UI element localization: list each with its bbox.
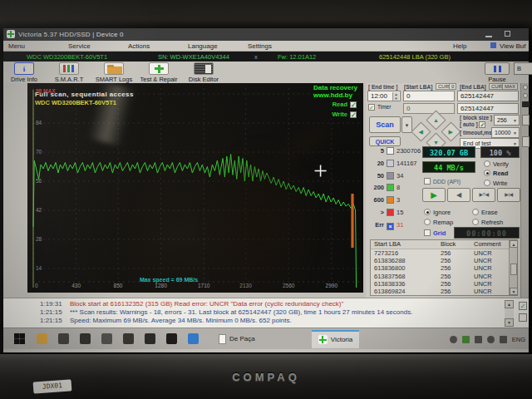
log-line[interactable]: 1:21:15*** Scan results: Warnings - 18, … <box>3 308 529 317</box>
globe-icon[interactable] <box>487 336 495 343</box>
scan-speed-graph[interactable]: 14284256708498 MAX0430850128017102130256… <box>27 83 363 293</box>
start-scan-icon[interactable]: ▶ <box>422 188 446 202</box>
start-lba-label: [Start LBA] <box>404 84 432 90</box>
maximize-icon[interactable] <box>505 31 510 37</box>
menu-help[interactable]: Help <box>453 42 466 50</box>
read-curve-toggle[interactable]: Read✓ <box>332 101 357 108</box>
menu-settings[interactable]: Settings <box>248 42 272 50</box>
table-row[interactable]: 7273216256UNCR <box>371 249 517 257</box>
auto-checkbox[interactable]: [ auto ] ✓ <box>460 121 488 128</box>
end-lba-max-button[interactable]: MAX <box>502 83 518 90</box>
menu-actions[interactable]: Actions <box>128 42 150 50</box>
drive-capacity: 625142448 LBA (320 GB) <box>379 53 451 61</box>
spinner-icon[interactable]: ▲ ▼ <box>392 92 399 101</box>
dpad-up-icon[interactable]: ▲ <box>426 110 446 130</box>
toolbar-button-smart-logs[interactable]: SMART Logs <box>95 62 133 83</box>
action-radio-remap[interactable]: Remap <box>424 219 453 226</box>
taskbar-item-document[interactable]: De Paça <box>212 330 262 348</box>
ddd-api-checkbox[interactable]: DDD (API) <box>424 178 461 185</box>
toolbar-button-s-m-a-r-t[interactable]: S.M.A.R.T <box>50 62 88 83</box>
read-checkbox-icon[interactable]: ✓ <box>350 101 357 108</box>
menu-language[interactable]: Language <box>188 42 218 50</box>
edge-button[interactable] <box>522 115 530 126</box>
app-icon[interactable] <box>145 333 155 344</box>
menu-view-buffer[interactable]: View Buf <box>500 42 525 50</box>
system-tray: ENG <box>450 328 525 350</box>
app-icon[interactable] <box>101 333 112 344</box>
start-button-icon[interactable] <box>13 332 26 345</box>
toolbar-button-drive-info[interactable]: iDrive Info <box>5 62 43 83</box>
defect-table[interactable]: ▲ ▼ Start LBABlockComment7273216256UNCR6… <box>370 239 518 296</box>
tray-app-icon[interactable] <box>475 336 482 343</box>
taskbar-item-victoria[interactable]: Victoria <box>312 330 360 348</box>
menu-menu[interactable]: Menu <box>8 42 25 50</box>
app-icon[interactable] <box>123 333 134 344</box>
grid-checkbox[interactable]: Grid <box>424 229 446 237</box>
block-size-select[interactable]: 256▼ <box>494 115 520 126</box>
app-icon[interactable] <box>80 333 91 344</box>
action-radio-refresh[interactable]: Refresh <box>472 219 503 226</box>
table-row[interactable]: 613836800256UNCR <box>371 264 517 272</box>
legend-threshold: 600 <box>367 196 384 204</box>
toolbar-button-test-repair[interactable]: Test & Repair <box>140 62 178 83</box>
network-icon[interactable] <box>450 336 457 343</box>
file-explorer-icon[interactable] <box>37 333 47 344</box>
timeout-select[interactable]: 10000▼ <box>491 127 520 138</box>
quick-button[interactable]: QUICK <box>369 136 401 146</box>
log-scrollbar[interactable]: ▲ ▼ <box>505 300 514 327</box>
table-row[interactable]: 613838336256UNCR <box>371 280 517 288</box>
break-all-button[interactable]: B <box>514 62 532 75</box>
scroll-up-icon[interactable]: ▲ <box>505 300 514 308</box>
pause-button[interactable]: Pause <box>477 62 517 83</box>
dpad-right-icon[interactable]: ▶ <box>441 121 461 141</box>
table-row[interactable]: 613836288256UNCR <box>371 257 517 264</box>
end-time-field[interactable]: 12:00 ▲ ▼ <box>367 91 401 101</box>
end-lba-input[interactable]: 625142447 <box>457 91 519 101</box>
start-lba-zero-button[interactable]: 0 <box>449 83 456 90</box>
radio-icon[interactable] <box>523 93 528 98</box>
svg-text:850: 850 <box>114 283 123 288</box>
mode-radio-verify[interactable]: Verify <box>484 160 509 168</box>
main-toolbar: iDrive InfoS.M.A.R.TSMART LogsTest & Rep… <box>3 62 529 83</box>
action-radio-erase[interactable]: Erase <box>472 209 498 216</box>
legend-threshold: 200 <box>367 184 384 191</box>
action-radio-ignore[interactable]: Ignore <box>424 209 451 216</box>
end-lba-input-2[interactable]: 625142447 <box>457 103 519 114</box>
app-icon[interactable] <box>58 333 69 344</box>
timer-checkbox[interactable]: ✓Timer <box>368 104 391 111</box>
scrollbar-thumb[interactable] <box>510 264 517 275</box>
browser-icon[interactable] <box>188 333 199 344</box>
mode-radio-write[interactable]: Write <box>484 180 507 187</box>
seek-next-error-icon[interactable]: ▶?◀ <box>472 188 495 202</box>
mode-radio-read[interactable]: Read <box>484 170 508 177</box>
table-row[interactable]: 613869824256UNCR <box>371 288 517 295</box>
tray-app-icon[interactable] <box>462 336 470 343</box>
seek-end-icon[interactable]: ▶|◀ <box>497 188 520 202</box>
column-header: Comment <box>474 240 507 249</box>
log-option-checkbox[interactable]: ✓ <box>519 302 527 310</box>
start-lba-input[interactable]: 0 <box>403 91 455 101</box>
write-curve-toggle[interactable]: Write✓ <box>332 111 357 118</box>
write-checkbox-icon[interactable]: ✓ <box>350 111 357 118</box>
right-edge-panel <box>520 83 529 298</box>
scan-button[interactable]: Scan <box>369 116 401 133</box>
language-indicator[interactable]: ENG <box>512 336 525 343</box>
toolbar-button-disk-editor[interactable]: Disk Editor <box>185 62 223 83</box>
table-scrollbar[interactable]: ▲ ▼ <box>509 240 517 295</box>
edge-button[interactable] <box>522 136 530 147</box>
radio-icon[interactable] <box>523 85 528 90</box>
log-line[interactable]: 1:19:31Block start at 616132352 (315 GB)… <box>3 300 529 308</box>
volume-icon[interactable] <box>500 336 507 343</box>
table-row[interactable]: 613837568256UNCR <box>371 273 517 280</box>
log-line[interactable]: 1:21:15Speed: Maximum 69 MB/s. Average 3… <box>3 317 529 325</box>
terminal-icon[interactable] <box>166 333 177 344</box>
log-option-checkbox[interactable] <box>519 313 527 322</box>
dpad-left-icon[interactable]: ◀ <box>411 121 431 141</box>
scan-back-icon[interactable]: ◀ <box>447 188 470 202</box>
menu-service[interactable]: Service <box>68 42 91 50</box>
minimize-icon[interactable] <box>485 36 492 37</box>
scroll-down-icon[interactable]: ▼ <box>505 318 514 327</box>
scroll-down-icon[interactable]: ▼ <box>510 288 518 295</box>
close-device-icon[interactable]: x <box>254 53 258 61</box>
scroll-up-icon[interactable]: ▲ <box>510 240 518 248</box>
